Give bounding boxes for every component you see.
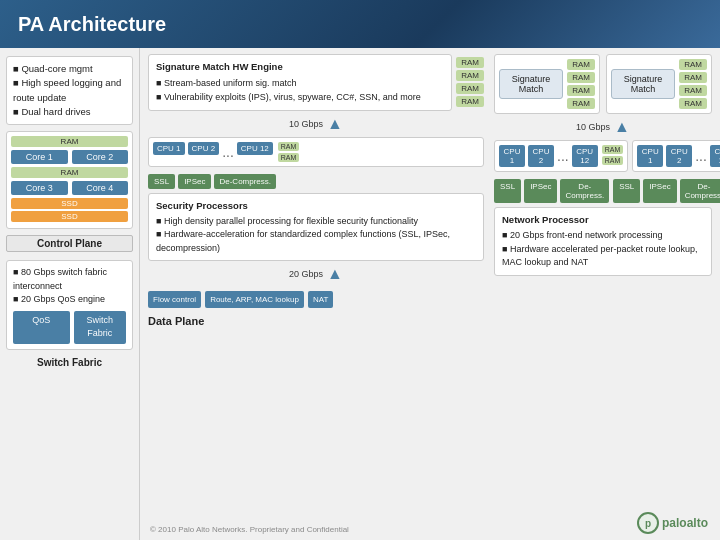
bullet-logging: ■ High speed logging and route update (13, 76, 126, 105)
gbps10-arrow: 10 Gbps ▲ (148, 116, 484, 132)
ram-bar-top: RAM (11, 136, 128, 147)
ram-tag-1: RAM (456, 57, 484, 68)
r-cpu2: CPU 2 (528, 145, 554, 167)
r-ssl-box: SSL (494, 179, 521, 203)
control-plane-label: Control Plane (6, 235, 133, 252)
right-cpu-row: CPU 1 CPU 2 ... CPU 12 RAM RAM CPU 1 CPU… (494, 140, 712, 172)
palo-text: paloalto (662, 516, 708, 530)
right-ssl-row-1: SSL IPSec De-Compress. (494, 179, 609, 203)
ram-tag-3: RAM (456, 83, 484, 94)
sig-bullet-1: ■ Stream-based uniform sig. match (156, 77, 444, 91)
ssd-bar: SSD (11, 198, 128, 209)
r2-ram-1: RAM (679, 59, 707, 70)
sig-block-1: Signature Match RAM RAM RAM RAM (494, 54, 600, 114)
palo-logo: p paloalto (637, 512, 708, 534)
r-ram-3: RAM (567, 85, 595, 96)
bullet-quad: ■ Quad-core mgmt (13, 62, 126, 76)
arrow-up-icon: ▲ (327, 116, 343, 132)
center-panel: Signature Match HW Engine ■ Stream-based… (140, 48, 490, 540)
r2-ssl-box: SSL (613, 179, 640, 203)
qos-box: QoS (13, 311, 70, 344)
right-cpu-block-2: CPU 1 CPU 2 ... CPU 12 RAM RAM (632, 140, 720, 172)
r-cpu1: CPU 1 (499, 145, 525, 167)
gbps20-label: 20 Gbps (289, 269, 323, 279)
bullet-qos: ■ 20 Gbps QoS engine (13, 293, 126, 307)
r-arrow-up-icon: ▲ (614, 119, 630, 135)
left-panel: ■ Quad-core mgmt ■ High speed logging an… (0, 48, 140, 540)
ram-small-2: RAM (278, 153, 300, 162)
sec-bullet-2: ■ Hardware-acceleration for standardized… (156, 228, 476, 255)
route-box: Route, ARP, MAC lookup (205, 291, 304, 308)
left-bottom-info: ■ 80 Gbps switch fabric interconnect ■ 2… (6, 260, 133, 350)
r2-cpu-dots: ... (695, 149, 707, 163)
security-proc-title: Security Processors (156, 199, 476, 213)
cpu1-box: CPU 1 (153, 142, 185, 155)
r-ram-2: RAM (567, 72, 595, 83)
flow-control-box: Flow control (148, 291, 201, 308)
sig-block-2: Signature Match RAM RAM RAM RAM (606, 54, 712, 114)
core2-box: Core 2 (72, 150, 129, 164)
header: PA Architecture (0, 0, 720, 48)
arrow-up-20-icon: ▲ (327, 266, 343, 282)
r-decomp-box: De-Compress. (560, 179, 609, 203)
data-plane-label: Data Plane (148, 315, 484, 327)
left-info-box: ■ Quad-core mgmt ■ High speed logging an… (6, 56, 133, 125)
cpu2-box: CPU 2 (188, 142, 220, 155)
network-proc-title: Network Processor (502, 213, 704, 227)
core4-box: Core 4 (72, 181, 129, 195)
palo-icon: p (637, 512, 659, 534)
two-sig-matches: Signature Match RAM RAM RAM RAM Signatur… (494, 54, 712, 114)
core3-box: Core 3 (11, 181, 68, 195)
r-ram-4: RAM (567, 98, 595, 109)
ram-bar-mid: RAM (11, 167, 128, 178)
r-cpu-dots: ... (557, 149, 569, 163)
r2-cpu1: CPU 1 (637, 145, 663, 167)
core1-box: Core 1 (11, 150, 68, 164)
r2-cpu12: CPU 12 (710, 145, 720, 167)
sig-bullet-2: ■ Vulnerability exploits (IPS), virus, s… (156, 91, 444, 105)
cpu-block-center: CPU 1 CPU 2 ... CPU 12 RAM RAM (148, 137, 484, 167)
r2-decomp-box: De-Compress. (680, 179, 720, 203)
net-bullet-1: ■ 20 Gbps front-end network processing (502, 229, 704, 243)
right-ssl-row-2: SSL IPSec De-Compress. (613, 179, 720, 203)
ram-tag-2: RAM (456, 70, 484, 81)
data-plane-boxes: Flow control Route, ARP, MAC lookup NAT (148, 291, 484, 308)
right-panel: Signature Match RAM RAM RAM RAM Signatur… (490, 48, 720, 540)
right-cpu-block-1: CPU 1 CPU 2 ... CPU 12 RAM RAM (494, 140, 628, 172)
r-ram-small-1: RAM (602, 145, 624, 154)
bullet-dual: ■ Dual hard drives (13, 105, 126, 119)
sig-match-label-1: Signature Match (499, 69, 563, 99)
cpu-dots: ... (222, 145, 234, 159)
ssl-row: SSL IPSec De-Compress. (148, 174, 484, 189)
center-ram-stack: RAM RAM RAM RAM (456, 54, 484, 111)
switch-fabric-label: Switch Fabric (6, 357, 133, 368)
sec-bullet-1: ■ High density parallel processing for f… (156, 215, 476, 229)
ssd-bar2: SSD (11, 211, 128, 222)
r-gbps10-arrow: 10 Gbps ▲ (494, 119, 712, 135)
r2-cpu2: CPU 2 (666, 145, 692, 167)
r-cpu12: CPU 12 (572, 145, 598, 167)
gbps20-arrow: 20 Gbps ▲ (148, 266, 484, 282)
r-gbps10-label: 10 Gbps (576, 122, 610, 132)
ipsec-box: IPSec (178, 174, 211, 189)
decomp-box: De-Compress. (214, 174, 276, 189)
cores-box: RAM Core 1 Core 2 RAM Core 3 Core 4 SSD … (6, 131, 133, 229)
right-ssl-row: SSL IPSec De-Compress. SSL IPSec De-Comp… (494, 176, 712, 203)
copyright-text: © 2010 Palo Alto Networks. Proprietary a… (150, 525, 349, 534)
net-bullet-2: ■ Hardware accelerated per-packet route … (502, 243, 704, 270)
ram-small-1: RAM (278, 142, 300, 151)
r2-ram-2: RAM (679, 72, 707, 83)
r-ram-1: RAM (567, 59, 595, 70)
sig-match-box: Signature Match HW Engine ■ Stream-based… (148, 54, 452, 111)
sig-match-label-2: Signature Match (611, 69, 675, 99)
r2-ram-3: RAM (679, 85, 707, 96)
nat-box: NAT (308, 291, 333, 308)
gbps10-label: 10 Gbps (289, 119, 323, 129)
r-ram-small-2: RAM (602, 156, 624, 165)
r-ipsec-box: IPSec (524, 179, 557, 203)
r2-ipsec-box: IPSec (643, 179, 676, 203)
page-title: PA Architecture (18, 13, 166, 36)
ram-tag-4: RAM (456, 96, 484, 107)
switch-box: Switch Fabric (74, 311, 127, 344)
sig-match-title: Signature Match HW Engine (156, 60, 444, 75)
